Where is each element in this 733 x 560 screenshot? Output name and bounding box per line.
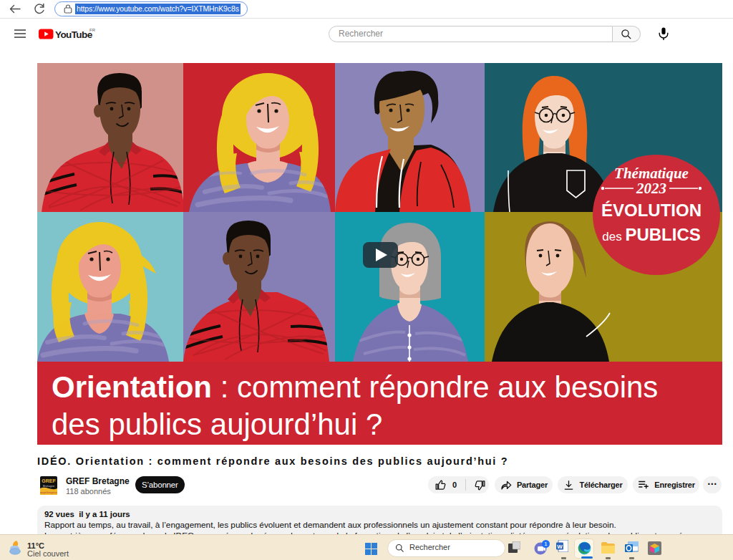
- svg-text:Bretagne: Bretagne: [43, 484, 55, 488]
- svg-text:GREF: GREF: [42, 478, 56, 483]
- svg-text:W: W: [557, 544, 563, 550]
- svg-text:www.gref-bretagne.com: www.gref-bretagne.com: [40, 491, 57, 494]
- svg-text:2023: 2023: [636, 180, 666, 197]
- svg-text:ÉVOLUTION: ÉVOLUTION: [601, 201, 702, 220]
- svg-text:YouTube: YouTube: [55, 29, 93, 40]
- svg-text:1: 1: [544, 541, 548, 547]
- svg-text:FR: FR: [89, 28, 96, 32]
- svg-text:des publics aujourd’hui ?: des publics aujourd’hui ?: [52, 407, 382, 441]
- svg-text:Orientation : comment répondre: Orientation : comment répondre aux besoi…: [52, 370, 658, 404]
